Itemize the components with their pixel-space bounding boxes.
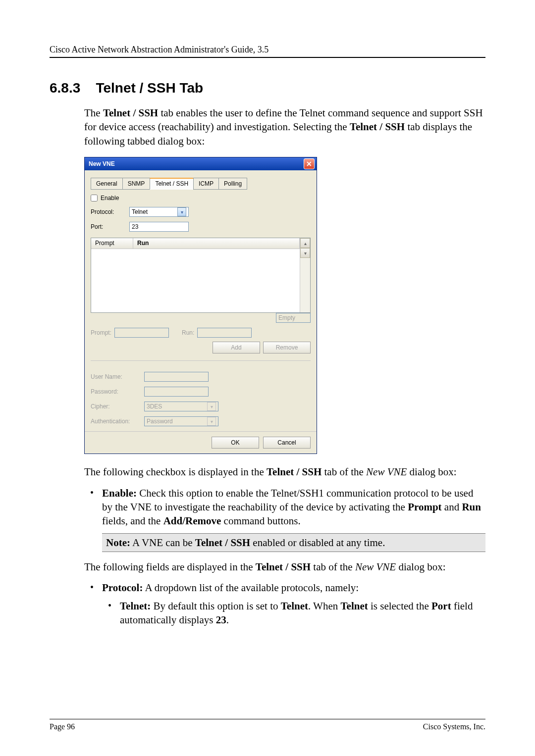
- page-footer: Page 96 Cisco Systems, Inc.: [50, 719, 485, 731]
- text: Telnet: [340, 600, 368, 612]
- tab-strip: General SNMP Telnet / SSH ICMP Polling: [91, 177, 311, 189]
- paragraph: The following checkbox is displayed in t…: [84, 465, 485, 479]
- text: Note:: [106, 537, 130, 549]
- text: The following checkbox is displayed in t…: [84, 466, 267, 478]
- text: dialog box:: [396, 561, 445, 573]
- cipher-value: 3DES: [147, 403, 162, 410]
- tab-general[interactable]: General: [91, 178, 123, 190]
- paragraph: The following fields are displayed in th…: [84, 560, 485, 574]
- text: Add/Remove: [163, 515, 221, 527]
- text: enabled or disabled at any time.: [250, 537, 385, 549]
- section-title: Telnet / SSH Tab: [96, 80, 203, 96]
- cancel-button[interactable]: Cancel: [263, 437, 311, 449]
- intro-paragraph: The Telnet / SSH tab enables the user to…: [84, 106, 485, 148]
- scroll-down-icon[interactable]: ▾: [300, 248, 310, 258]
- cipher-label: Cipher:: [91, 403, 140, 410]
- section-heading: 6.8.3 Telnet / SSH Tab: [50, 80, 485, 96]
- column-prompt[interactable]: Prompt: [91, 238, 133, 249]
- text: tab of the: [311, 561, 355, 573]
- text: Protocol:: [102, 582, 143, 594]
- enable-checkbox[interactable]: [91, 195, 98, 202]
- text: By default this option is set to: [151, 600, 281, 612]
- authentication-select: Password ▾: [144, 416, 218, 426]
- bullet-enable: Enable: Check this option to enable the …: [84, 486, 485, 528]
- dialog-titlebar: New VNE ✕: [85, 157, 317, 170]
- protocol-value: Telnet: [132, 208, 148, 216]
- text: Telnet / SSH: [256, 561, 311, 573]
- text: and: [442, 501, 462, 513]
- tab-icmp[interactable]: ICMP: [193, 178, 219, 190]
- port-label: Port:: [91, 223, 125, 231]
- prompt-field: [114, 328, 169, 338]
- text: Telnet: [281, 600, 308, 612]
- password-field: [144, 387, 209, 397]
- text: . When: [308, 600, 341, 612]
- text: A VNE can be: [130, 537, 195, 549]
- tab-snmp[interactable]: SNMP: [122, 178, 151, 190]
- empty-indicator: Empty: [276, 313, 311, 323]
- run-field: [197, 328, 252, 338]
- text: is selected the: [368, 600, 431, 612]
- protocol-select[interactable]: Telnet ▾: [129, 207, 189, 217]
- close-icon[interactable]: ✕: [304, 158, 315, 169]
- text: command buttons.: [221, 515, 300, 527]
- text: New VNE: [355, 561, 396, 573]
- text: Run: [462, 501, 481, 513]
- scrollbar[interactable]: ▴ ▾: [300, 238, 310, 312]
- page-number: Page 96: [50, 722, 75, 731]
- prompt-run-table: Prompt Run ▴ ▾: [91, 238, 311, 313]
- note-box: Note: A VNE can be Telnet / SSH enabled …: [102, 533, 485, 552]
- username-label: User Name:: [91, 373, 140, 381]
- chevron-down-icon: ▾: [207, 402, 216, 411]
- password-label: Password:: [91, 388, 140, 396]
- cipher-select: 3DES ▾: [144, 402, 218, 411]
- text: Enable:: [102, 487, 137, 499]
- text: Port: [431, 600, 451, 612]
- bullet-protocol: Protocol: A dropdown list of the availab…: [84, 581, 485, 627]
- port-field[interactable]: 23: [129, 222, 189, 232]
- text: New VNE: [366, 466, 407, 478]
- enable-label: Enable: [101, 194, 119, 202]
- tab-polling[interactable]: Polling: [218, 178, 247, 190]
- add-button: Add: [213, 342, 260, 353]
- text: Telnet / SSH: [195, 537, 250, 549]
- running-header: Cisco Active Network Abstraction Adminis…: [50, 45, 485, 58]
- bullet-telnet: Telnet: By default this option is set to…: [102, 599, 485, 627]
- protocol-label: Protocol:: [91, 208, 125, 216]
- scroll-up-icon[interactable]: ▴: [300, 238, 310, 248]
- text: tab of the: [321, 466, 366, 478]
- text: .: [226, 614, 229, 626]
- chevron-down-icon: ▾: [177, 207, 186, 216]
- text: dialog box:: [407, 466, 456, 478]
- new-vne-dialog: New VNE ✕ General SNMP Telnet / SSH ICMP…: [84, 157, 317, 454]
- text: A dropdown list of the available protoco…: [143, 582, 359, 594]
- text: fields, and the: [102, 515, 163, 527]
- dialog-title: New VNE: [89, 160, 115, 168]
- text: Prompt: [408, 501, 441, 513]
- text: 23: [216, 614, 226, 626]
- username-field: [144, 372, 209, 382]
- text: Telnet / SSH: [103, 107, 158, 119]
- prompt-field-label: Prompt:: [91, 329, 111, 337]
- text: The: [84, 107, 103, 119]
- remove-button: Remove: [263, 342, 311, 353]
- text: Telnet / SSH: [350, 121, 405, 133]
- run-field-label: Run:: [182, 329, 194, 337]
- text: Telnet:: [120, 600, 151, 612]
- chevron-down-icon: ▾: [207, 417, 216, 426]
- authentication-label: Authentication:: [91, 417, 140, 425]
- text: The following fields are displayed in th…: [84, 561, 256, 573]
- ok-button[interactable]: OK: [212, 437, 259, 449]
- tab-telnet-ssh[interactable]: Telnet / SSH: [150, 178, 194, 190]
- port-value: 23: [132, 223, 138, 231]
- column-run[interactable]: Run: [133, 238, 300, 249]
- authentication-value: Password: [147, 417, 173, 425]
- section-number: 6.8.3: [50, 80, 80, 96]
- footer-company: Cisco Systems, Inc.: [423, 722, 485, 731]
- text: Telnet / SSH: [267, 466, 321, 478]
